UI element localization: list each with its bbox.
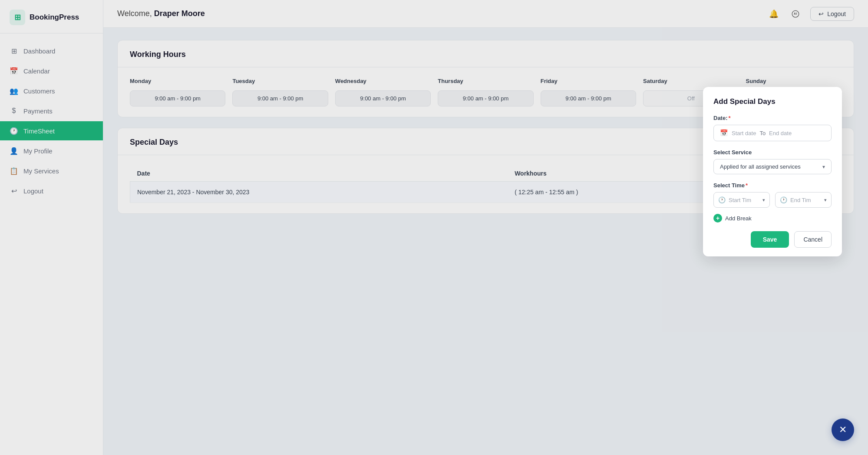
clock-end-icon: 🕐 bbox=[780, 196, 787, 203]
start-time-input[interactable]: 🕐 Start Tim ▾ bbox=[713, 192, 770, 208]
date-separator: To bbox=[759, 130, 766, 136]
clock-start-icon: 🕐 bbox=[718, 196, 726, 203]
end-time-placeholder: End Tim bbox=[790, 197, 811, 203]
date-range-input[interactable]: 📅 Start date To End date bbox=[713, 125, 832, 141]
service-field-label: Select Service bbox=[713, 149, 832, 156]
save-button[interactable]: Save bbox=[751, 231, 789, 248]
help-button[interactable]: ✕ bbox=[832, 418, 854, 441]
time-field-label: Select Time* bbox=[713, 182, 832, 189]
end-time-chevron: ▾ bbox=[824, 197, 827, 203]
date-field-label: Date:* bbox=[713, 115, 832, 121]
add-break-icon: + bbox=[713, 214, 722, 223]
chevron-down-icon: ▾ bbox=[822, 164, 825, 170]
add-break-row[interactable]: + Add Break bbox=[713, 214, 832, 223]
calendar-input-icon: 📅 bbox=[720, 129, 728, 137]
cancel-button[interactable]: Cancel bbox=[794, 231, 832, 248]
service-selected-value: Applied for all assigned services bbox=[720, 163, 801, 170]
time-row: 🕐 Start Tim ▾ 🕐 End Tim ▾ bbox=[713, 192, 832, 208]
add-special-days-panel: Add Special Days Date:* 📅 Start date To … bbox=[703, 87, 842, 256]
start-date-placeholder: Start date bbox=[732, 130, 756, 136]
start-time-chevron: ▾ bbox=[762, 197, 765, 203]
start-time-placeholder: Start Tim bbox=[729, 197, 751, 203]
service-select[interactable]: Applied for all assigned services ▾ bbox=[713, 159, 832, 174]
end-time-input[interactable]: 🕐 End Tim ▾ bbox=[775, 192, 832, 208]
add-break-label: Add Break bbox=[725, 215, 752, 222]
end-date-placeholder: End date bbox=[769, 130, 792, 136]
help-icon: ✕ bbox=[839, 424, 847, 435]
panel-footer: Save Cancel bbox=[713, 231, 832, 248]
panel-title: Add Special Days bbox=[713, 97, 832, 106]
